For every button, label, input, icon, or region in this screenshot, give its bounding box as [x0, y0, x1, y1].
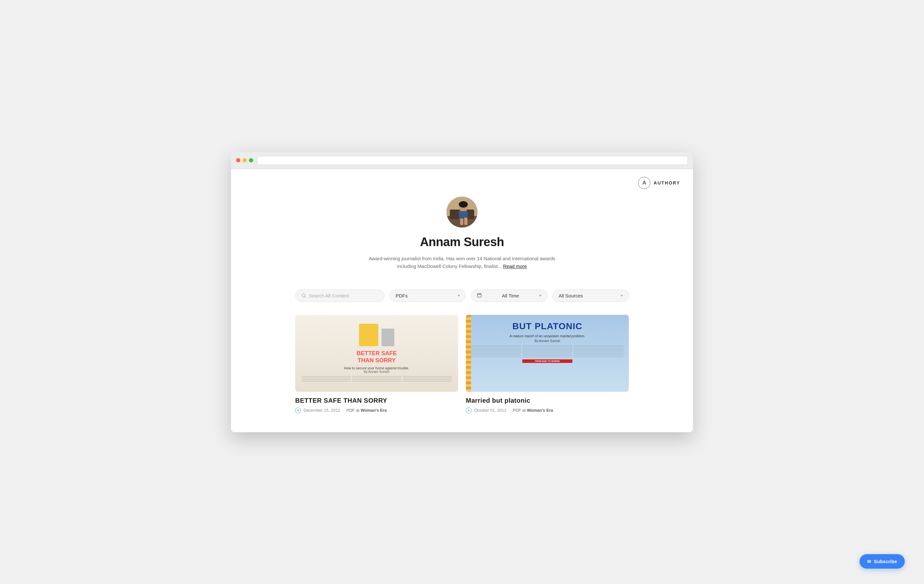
article-source-1: PDF at Woman's Era: [346, 408, 387, 412]
subscribe-button[interactable]: ✉ Subscribe: [860, 554, 905, 569]
browser-chrome: [231, 152, 693, 169]
thumb1-byline: By Annam Suresh: [364, 370, 389, 373]
profile-section: Annam Suresh Award-winning journalist fr…: [231, 197, 693, 283]
svg-rect-8: [464, 218, 467, 225]
meta-separator: ·: [343, 408, 344, 412]
thumb2-headline: BUT PLATONIC: [512, 321, 582, 332]
envelope-icon: ✉: [867, 559, 871, 564]
article-thumbnail-1: BETTER SAFETHAN SORRY How to secure your…: [295, 315, 458, 392]
source-filter-dropdown[interactable]: All Sources ▾: [553, 289, 629, 302]
source-filter-label: All Sources: [559, 293, 583, 299]
thumb1-headline: BETTER SAFETHAN SORRY: [356, 350, 396, 364]
traffic-lights: [236, 158, 253, 162]
logo-area[interactable]: A AUTHORY: [638, 177, 680, 189]
time-filter-label: All Time: [502, 293, 519, 299]
profile-name: Annam Suresh: [420, 235, 504, 249]
time-filter-dropdown[interactable]: All Time ▾: [471, 289, 547, 302]
minimize-button[interactable]: [243, 158, 247, 162]
page-content: A AUTHORY: [231, 169, 693, 432]
articles-grid: BETTER SAFETHAN SORRY How to secure your…: [231, 315, 693, 426]
top-header: A AUTHORY: [231, 169, 693, 197]
source-chevron-icon: ▾: [621, 293, 623, 298]
authory-logo-icon-2: A: [466, 407, 472, 413]
search-placeholder: Search All Content: [309, 293, 349, 299]
article-card[interactable]: BETTER SAFETHAN SORRY How to secure your…: [295, 315, 458, 413]
search-icon: [301, 293, 306, 298]
svg-point-6: [459, 201, 468, 208]
subscribe-label: Subscribe: [874, 559, 897, 564]
calendar-icon: [477, 293, 482, 299]
avatar: [447, 197, 477, 228]
article-date-1: December 15, 2012: [304, 408, 340, 412]
article-source-2: PDF at Woman's Era: [513, 408, 553, 412]
pdf-filter-label: PDFs: [396, 293, 408, 299]
filters-bar: Search All Content PDFs ▾ All Time ▾: [231, 283, 693, 308]
address-bar[interactable]: [257, 156, 688, 165]
thumb1-subline: How to secure your home against trouble.: [344, 366, 409, 370]
maximize-button[interactable]: [249, 158, 253, 162]
article-title-1: BETTER SAFE THAN SORRY: [295, 397, 458, 404]
thumb2-subline: A mature report of an unspoken marital p…: [510, 334, 585, 338]
logo-name: AUTHORY: [653, 180, 680, 185]
close-button[interactable]: [236, 158, 240, 162]
read-more-link[interactable]: Read more: [503, 264, 527, 269]
avatar-image: [447, 197, 477, 228]
svg-rect-7: [460, 218, 463, 225]
authory-logo-icon: A: [295, 407, 301, 413]
svg-rect-11: [477, 294, 481, 297]
article-card-2[interactable]: BUT PLATONIC A mature report of an unspo…: [466, 315, 629, 413]
article-title-2: Married but platonic: [466, 397, 629, 404]
article-date-2: October 01, 2012: [474, 408, 506, 412]
svg-line-10: [305, 297, 306, 298]
thumb2-byline: By Annam Suresh: [535, 339, 560, 343]
profile-bio: Award-winning journalist from India. Has…: [366, 255, 558, 270]
logo-icon: A: [638, 177, 650, 189]
pdf-filter-dropdown[interactable]: PDFs ▾: [389, 289, 466, 302]
time-chevron-icon: ▾: [540, 293, 541, 298]
article-meta-1: A December 15, 2012 · PDF at Woman's Era: [295, 407, 458, 413]
article-thumbnail-2: BUT PLATONIC A mature report of an unspo…: [466, 315, 629, 392]
chevron-down-icon: ▾: [458, 293, 460, 298]
search-input-wrapper[interactable]: Search All Content: [295, 289, 384, 302]
meta-separator-2: ·: [509, 408, 510, 412]
article-meta-2: A October 01, 2012 · PDF at Woman's Era: [466, 407, 629, 413]
